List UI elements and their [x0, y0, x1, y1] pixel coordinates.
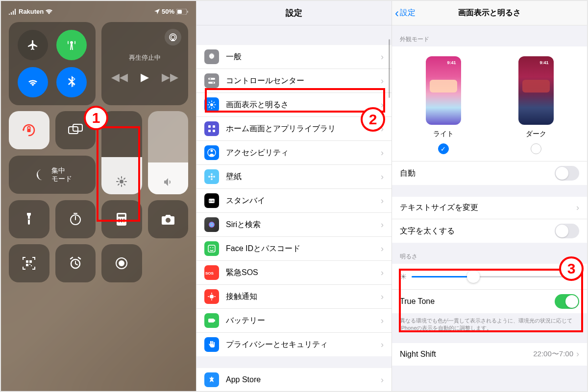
brightness-track[interactable]	[412, 276, 565, 277]
light-radio[interactable]: ✓	[438, 143, 449, 154]
true-tone-row[interactable]: True Tone	[392, 289, 587, 313]
play-button[interactable]: ▶	[141, 71, 149, 84]
battery-percent: 50%	[162, 8, 174, 15]
bold-text-row[interactable]: 文字を太くする	[392, 219, 587, 243]
rewind-button[interactable]: ◀◀	[111, 71, 128, 84]
back-label: 設定	[400, 8, 416, 18]
true-tone-toggle[interactable]	[555, 294, 579, 309]
record-icon	[114, 256, 129, 271]
appearance-dark-option[interactable]: 9:41 ダーク	[518, 56, 554, 154]
true-tone-footnote: 異なる環境でも色が一貫して表示されるように、環境光の状況に応じてiPhoneの表…	[392, 313, 587, 339]
svg-point-28	[123, 221, 125, 223]
night-shift-label: Night Shift	[400, 350, 533, 359]
dark-thumbnail: 9:41	[518, 56, 554, 125]
connectivity-module	[9, 22, 96, 105]
settings-row[interactable]: プライバシーとセキュリティ›	[196, 333, 392, 356]
appearance-light-option[interactable]: 9:41 ライト ✓	[426, 56, 461, 154]
settings-row[interactable]: 一般›	[196, 45, 392, 69]
brightness-section-label: 明るさ	[392, 243, 587, 264]
brightness-slider-row[interactable]: ☀︎ ☀︎	[392, 264, 587, 289]
settings-row[interactable]: コントロールセンター›	[196, 69, 392, 93]
svg-point-60	[211, 150, 213, 152]
timer-icon	[68, 212, 83, 227]
row-label: Face IDとパスコード	[226, 244, 381, 254]
settings-row[interactable]: 接触通知›	[196, 285, 392, 309]
flashlight-button[interactable]	[9, 200, 49, 238]
text-size-row[interactable]: テキストサイズを変更 ›	[392, 197, 587, 219]
screen-record-button[interactable]	[101, 244, 142, 282]
media-title: 再生停止中	[129, 53, 161, 62]
settings-row[interactable]: 9:41スタンバイ›	[196, 189, 392, 213]
qr-scan-button[interactable]	[9, 244, 49, 282]
row-icon: SOS	[204, 265, 219, 280]
camera-button[interactable]	[148, 200, 189, 238]
control-center-panel: Rakuten 50% 再生停止中 ◀◀ ▶ ▶▶	[1, 1, 196, 391]
focus-button[interactable]: 集中 モード	[9, 156, 96, 194]
lock-rotation-icon	[21, 122, 37, 138]
text-size-label: テキストサイズを変更	[400, 203, 576, 213]
bluetooth-toggle[interactable]	[56, 67, 87, 97]
chevron-icon: ›	[381, 292, 384, 302]
svg-line-15	[118, 184, 119, 185]
chevron-icon: ›	[381, 52, 384, 62]
alarm-button[interactable]	[55, 244, 96, 282]
volume-slider[interactable]	[148, 111, 189, 194]
airplay-icon	[169, 33, 177, 42]
svg-rect-32	[26, 264, 28, 266]
auto-toggle[interactable]	[555, 166, 579, 181]
settings-row[interactable]: Siriと検索›	[196, 213, 392, 237]
scrollbar[interactable]	[389, 39, 390, 98]
svg-line-39	[78, 257, 80, 259]
forward-button[interactable]: ▶▶	[162, 71, 178, 84]
svg-point-69	[209, 222, 215, 228]
brightness-slider[interactable]	[101, 111, 142, 194]
svg-point-23	[119, 219, 120, 220]
svg-rect-43	[208, 78, 215, 80]
light-thumbnail: 9:41	[426, 56, 461, 125]
svg-line-14	[124, 184, 125, 185]
row-icon	[204, 97, 219, 112]
annotation-badge-2: 2	[361, 107, 385, 132]
orientation-lock-toggle[interactable]	[9, 111, 49, 149]
auto-appearance-row[interactable]: 自動	[392, 161, 587, 185]
svg-point-47	[210, 103, 213, 106]
svg-line-52	[209, 102, 210, 103]
svg-text:9:41: 9:41	[209, 200, 215, 203]
airplay-button[interactable]	[165, 29, 181, 46]
row-icon	[204, 145, 219, 160]
settings-row[interactable]: アクセシビリティ›	[196, 141, 392, 165]
svg-point-26	[119, 221, 120, 223]
back-button[interactable]: ‹設定	[395, 6, 416, 20]
chevron-icon: ›	[381, 268, 384, 278]
focus-label: 集中 モード	[51, 166, 72, 183]
svg-rect-56	[208, 125, 211, 128]
bold-text-toggle[interactable]	[555, 224, 579, 238]
settings-row-appstore[interactable]: App Store ›	[196, 368, 392, 391]
timer-button[interactable]	[55, 200, 96, 238]
svg-point-4	[171, 35, 175, 39]
settings-row[interactable]: SOS緊急SOS›	[196, 261, 392, 285]
svg-line-37	[75, 264, 77, 265]
dark-radio[interactable]	[531, 143, 541, 154]
sun-small-icon: ☀︎	[400, 272, 407, 281]
wifi-toggle[interactable]	[18, 67, 48, 97]
chevron-icon: ›	[381, 100, 384, 110]
settings-row[interactable]: Face IDとパスコード›	[196, 237, 392, 261]
brightness-knob[interactable]	[467, 270, 480, 283]
calculator-icon	[114, 212, 129, 227]
cellular-toggle[interactable]	[56, 30, 87, 60]
airplane-toggle[interactable]	[18, 30, 48, 60]
svg-rect-59	[213, 130, 215, 132]
light-label: ライト	[433, 130, 454, 138]
media-module[interactable]: 再生停止中 ◀◀ ▶ ▶▶	[101, 22, 188, 105]
svg-rect-33	[29, 264, 30, 265]
settings-row[interactable]: バッテリー›	[196, 309, 392, 333]
calculator-button[interactable]	[101, 200, 142, 238]
row-label: 緊急SOS	[226, 268, 381, 278]
svg-point-71	[210, 247, 211, 248]
row-label: ホーム画面とアプリライブラリ	[226, 124, 381, 134]
settings-row[interactable]: 壁紙›	[196, 165, 392, 189]
wifi-icon	[27, 76, 39, 88]
alarm-icon	[68, 256, 83, 271]
night-shift-row[interactable]: Night Shift 22:00〜7:00 ›	[392, 343, 587, 366]
